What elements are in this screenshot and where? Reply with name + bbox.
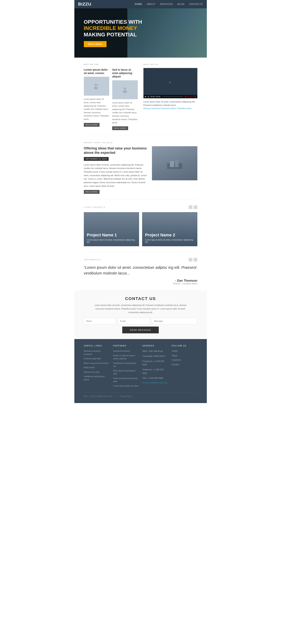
- video-link-anchor[interactable]: Aenean nonummy hendrerit mauris. Phasell…: [143, 107, 192, 110]
- footer: USEFUL LINKS Aenean nonummy hendrerit Vi…: [74, 339, 207, 403]
- social-skype[interactable]: Skype: [172, 354, 197, 357]
- nav-about[interactable]: ABOUT: [147, 3, 155, 6]
- social-twitter[interactable]: Twitter: [172, 350, 197, 353]
- useful-link-3[interactable]: Etiam cursus leo vel metus: [84, 362, 109, 365]
- project-1-desc: Lorem ipsum dolor sit amet, consectetuer…: [87, 239, 136, 243]
- project-1-info: Project Name 1 Lorem ipsum dolor sit ame…: [87, 232, 136, 243]
- project-2-name: Project Name 2: [145, 232, 194, 238]
- volume-icon[interactable]: 🔊: [147, 96, 149, 98]
- address-fax: FAX: +1 800 889 9898: [142, 376, 168, 380]
- projects-prev-button[interactable]: ‹: [189, 205, 192, 209]
- footer-useful-links: USEFUL LINKS Aenean nonummy hendrerit Vi…: [84, 345, 109, 389]
- partner-6[interactable]: Lorem ipsum dolor sit amet: [113, 384, 139, 388]
- fullscreen-icon[interactable]: ⛶: [194, 96, 196, 98]
- who-item-2-image: [112, 80, 138, 99]
- social-facebook[interactable]: Facebook: [172, 358, 197, 362]
- hero-line2: INCREDIBLE MONEY: [84, 25, 142, 32]
- send-message-button[interactable]: SEND MESSAGE: [122, 326, 159, 333]
- hero-line3: MAKING POTENTIAL: [84, 32, 137, 38]
- projects-navigation: ‹ ›: [189, 205, 197, 209]
- address-city: Cambridge, MG09 99HT.: [142, 354, 168, 358]
- blog-right: [152, 146, 197, 194]
- partner-1[interactable]: Lacinia fermentum: [113, 350, 139, 353]
- nav-services[interactable]: SERVICES: [160, 3, 173, 6]
- blog-readmore-button[interactable]: READ MORE: [84, 190, 100, 194]
- testimonials-prev-button[interactable]: ‹: [189, 258, 192, 262]
- play-button[interactable]: ▶: [143, 73, 197, 92]
- video-link: Aenean nonummy hendrerit mauris. Phasell…: [143, 107, 197, 110]
- address-email[interactable]: E-mail: mail@demolink.org: [142, 381, 168, 384]
- who-we-are-col: WHO WE ARE Lorem ipsum dolor sit amet, c…: [84, 64, 138, 130]
- useful-link-2[interactable]: Vivamus eget nibh: [84, 357, 109, 360]
- social-googleplus[interactable]: Google+: [172, 363, 197, 366]
- svg-point-1: [94, 87, 98, 90]
- testimonials-navigation: ‹ ›: [189, 258, 197, 262]
- footer-partners: PARTNERS Lacinia fermentum Donec in veli…: [113, 345, 139, 389]
- blog-content: Offering ideas that raise your business …: [84, 146, 197, 194]
- partner-2[interactable]: Donec in velit vel ipsum auctor pulvinar: [113, 354, 139, 360]
- who-item-1: Lorem ipsum dolor sit amet, consec Lorem…: [84, 68, 109, 130]
- useful-link-4[interactable]: Nulla facilisi: [84, 366, 109, 369]
- blog-title: Offering ideas that raise your business …: [84, 146, 148, 155]
- svg-rect-6: [170, 161, 174, 167]
- privacy-policy-link[interactable]: Privacy Policy: [120, 395, 132, 398]
- footer-grid: USEFUL LINKS Aenean nonummy hendrerit Vi…: [84, 345, 197, 389]
- who-item-1-body: Lorem ipsum dolor sit amet, consec tetur…: [84, 98, 109, 121]
- nav-home[interactable]: HOME: [135, 3, 142, 6]
- partner-5[interactable]: Fusce euismod consequat ante: [113, 377, 139, 383]
- follow-us-title: FOLLOW US: [172, 345, 197, 347]
- blog-label: RECENT FROM THE BLOG: [84, 142, 197, 144]
- footer-bottom: Bizzu © 2015 All Rights Reserved | Priva…: [84, 392, 197, 398]
- who-item-2-readmore[interactable]: READ MORE: [112, 126, 128, 130]
- who-item-1-image: [84, 77, 109, 96]
- address-telephone: Telephone: +1 800 603 6035: [142, 368, 168, 375]
- contact-email-input[interactable]: [118, 318, 150, 324]
- hero-cta-button[interactable]: READ MORE: [84, 41, 107, 47]
- who-item-1-readmore[interactable]: READ MORE: [84, 123, 100, 127]
- useful-link-1[interactable]: Aenean nonummy hendrerit: [84, 350, 109, 356]
- who-what-section: WHO WE ARE Lorem ipsum dolor sit amet, c…: [74, 58, 207, 136]
- contact-name-input[interactable]: [84, 318, 116, 324]
- video-player[interactable]: ▶ ▶ 🔊 00:00 / 00:40 ▶YouTube ⛶: [143, 68, 197, 98]
- hero-heading: OPPORTUNITIES WITH INCREDIBLE MONEY MAKI…: [84, 19, 142, 38]
- contact-message-input[interactable]: [152, 318, 197, 324]
- footer-address: ADDRESS 9863 - 9867 Mill Road, Cambridge…: [142, 345, 168, 389]
- testimonial-author: - Dan Thomson Director , Company Name: [84, 279, 197, 285]
- svg-rect-5: [167, 163, 182, 169]
- progress-bar[interactable]: [162, 96, 183, 97]
- contact-description: Lorem ipsum dolor sit amet, consectetur …: [93, 304, 188, 314]
- nav-contacts[interactable]: CONTACTS: [189, 3, 203, 6]
- logo-text: BIZZU: [78, 2, 91, 6]
- project-card-2[interactable]: Project Name 2 Lorem ipsum dolor sit ame…: [142, 212, 197, 246]
- testimonial-author-title: Director , Company Name: [84, 282, 197, 285]
- useful-link-6[interactable]: Vestibulum ante ipsum primis: [84, 375, 109, 381]
- play-icon[interactable]: ▶: [145, 96, 146, 98]
- project-card-1[interactable]: Project Name 1 Lorem ipsum dolor sit ame…: [84, 212, 139, 246]
- video-time: 00:00 / 00:40: [151, 96, 161, 98]
- projects-grid: Project Name 1 Lorem ipsum dolor sit ame…: [84, 212, 197, 246]
- svg-point-0: [95, 84, 97, 86]
- testimonials-section: TESTIMONIALS ‹ › “Lorem ipsum dolor sit …: [74, 252, 207, 290]
- svg-point-4: [123, 90, 127, 93]
- footer-follow-us: FOLLOW US Twitter Skype Facebook Google+: [172, 345, 197, 389]
- partner-3[interactable]: Vestibulum iaculis lacinia est: [113, 362, 139, 368]
- contact-form: [84, 318, 197, 324]
- copyright: Bizzu © 2015 All Rights Reserved: [84, 395, 112, 398]
- svg-point-2: [97, 84, 99, 86]
- testimonials-next-button[interactable]: ›: [194, 258, 197, 262]
- useful-link-5[interactable]: Aenean nec eros: [84, 370, 109, 374]
- nav-blog[interactable]: BLOG: [178, 3, 185, 6]
- address-street: 9863 - 9867 Mill Road,: [142, 350, 168, 353]
- logo-dot: .: [91, 2, 92, 6]
- who-label: WHO WE ARE: [84, 64, 138, 65]
- what-label: WHAT WE DO: [143, 64, 197, 65]
- contact-title: CONTACT US: [84, 296, 197, 301]
- logo: BIZZU.: [78, 2, 135, 7]
- who-items: Lorem ipsum dolor sit amet, consec Lorem…: [84, 68, 138, 130]
- projects-next-button[interactable]: ›: [194, 205, 197, 209]
- who-item-1-title: Lorem ipsum dolor sit amet, consec: [84, 68, 109, 75]
- youtube-icon: ▶YouTube: [185, 96, 193, 98]
- partner-4[interactable]: Proin dictum elementum velit: [113, 369, 139, 376]
- who-item-2-title: Sed in lacus ut enim adipiscing aliquet: [112, 68, 138, 78]
- blog-date: SEPTEMBER 12, 2014: [84, 157, 109, 161]
